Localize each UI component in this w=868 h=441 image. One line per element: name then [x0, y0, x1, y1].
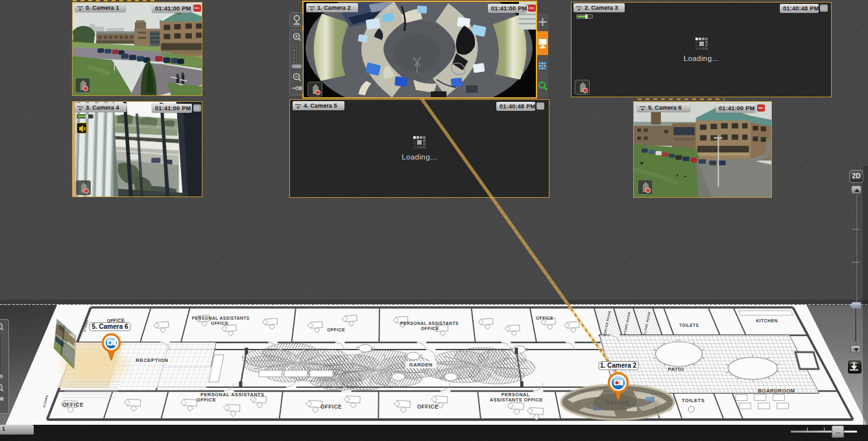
svg-text:OFFICE: OFFICE: [320, 404, 342, 410]
svg-text:GARDEN: GARDEN: [409, 362, 433, 368]
svg-text:OFFICE: OFFICE: [605, 399, 629, 406]
svg-text:RECEPTION: RECEPTION: [136, 357, 168, 363]
svg-text:OFFICE: OFFICE: [62, 402, 84, 408]
svg-text:OFFICE: OFFICE: [417, 404, 439, 410]
svg-text:TOILETS: TOILETS: [679, 323, 699, 328]
svg-text:KITCHEN: KITCHEN: [756, 318, 778, 323]
svg-text:TOILETS: TOILETS: [682, 398, 705, 403]
svg-text:OFFICE: OFFICE: [421, 326, 439, 331]
svg-text:OFFICE: OFFICE: [197, 397, 216, 403]
svg-text:PERSONAL ASSISTANTS: PERSONAL ASSISTANTS: [400, 321, 459, 326]
svg-text:BOARDROOM: BOARDROOM: [758, 388, 795, 394]
svg-text:OFFICE: OFFICE: [536, 316, 553, 320]
svg-text:PERSONAL ASSISTANTS: PERSONAL ASSISTANTS: [192, 316, 250, 320]
svg-text:ASSISTANTS OFFICE: ASSISTANTS OFFICE: [490, 397, 543, 403]
svg-text:OFFICE: OFFICE: [107, 318, 125, 323]
svg-text:OFFICE: OFFICE: [211, 321, 228, 326]
svg-text:PATIO: PATIO: [668, 366, 684, 372]
svg-text:OFFICE: OFFICE: [327, 328, 345, 332]
